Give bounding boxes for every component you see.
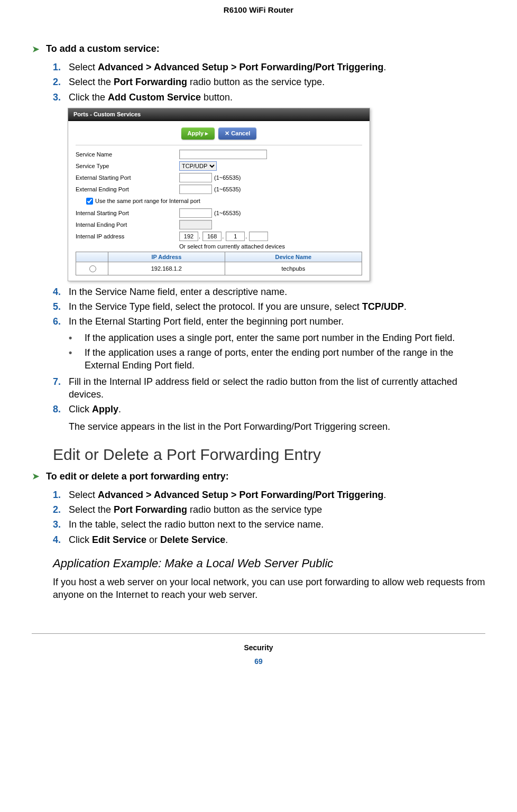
step-8-note: The service appears in the list in the P… bbox=[69, 420, 485, 433]
step-4b: 4.Click Edit Service or Delete Service. bbox=[53, 533, 485, 546]
col-device-name: Device Name bbox=[225, 252, 362, 262]
row-same-port-checkbox: Use the same port range for Internal por… bbox=[76, 195, 362, 207]
step-3: 3.Click the Add Custom Service button. bbox=[53, 91, 485, 104]
device-select-radio[interactable] bbox=[89, 265, 96, 272]
ext-end-input[interactable] bbox=[179, 184, 212, 194]
arrow-icon: ➤ bbox=[32, 44, 40, 54]
step-1: 1.Select Advanced > Advanced Setup > Por… bbox=[53, 61, 485, 73]
row-ext-end: External Ending Port (1~65535) bbox=[76, 183, 362, 195]
int-end-input bbox=[179, 220, 212, 229]
row-int-end: Internal Ending Port bbox=[76, 219, 362, 230]
bullet-2: •If the application uses a range of port… bbox=[69, 346, 485, 372]
ip-octet-1[interactable] bbox=[179, 232, 198, 241]
row-int-start: Internal Starting Port (1~65535) bbox=[76, 207, 362, 219]
page-content: ➤ To add a custom service: 1.Select Adva… bbox=[0, 43, 517, 602]
device-row: 192.168.1.2 techpubs bbox=[76, 262, 362, 275]
col-ip-address: IP Address bbox=[108, 252, 225, 262]
device-ip: 192.168.1.2 bbox=[108, 262, 225, 275]
footer-page-number: 69 bbox=[32, 657, 485, 666]
steps-list-1: 1.Select Advanced > Advanced Setup > Por… bbox=[32, 61, 485, 104]
step-8: 8.Click Apply. bbox=[53, 403, 485, 416]
steps-list-1b: 4.In the Service Name field, enter a des… bbox=[32, 285, 485, 328]
steps-list-2: 1.Select Advanced > Advanced Setup > Por… bbox=[32, 488, 485, 546]
row-ext-start: External Starting Port (1~65535) bbox=[76, 172, 362, 183]
subsection-heading: Application Example: Make a Local Web Se… bbox=[53, 557, 485, 570]
step-2: 2.Select the Port Forwarding radio butto… bbox=[53, 76, 485, 88]
ip-octet-4[interactable] bbox=[249, 232, 268, 241]
row-service-type: Service Type TCP/UDP bbox=[76, 160, 362, 172]
step-6: 6.In the Eternal Starting Port field, en… bbox=[53, 315, 485, 328]
step-3b: 3.In the table, select the radio button … bbox=[53, 518, 485, 531]
step-7: 7.Fill in the Internal IP address field … bbox=[53, 375, 485, 401]
cancel-button[interactable]: ✕ Cancel bbox=[218, 127, 256, 140]
ip-octet-2[interactable] bbox=[202, 232, 221, 241]
steps-list-1c: 7.Fill in the Internal IP address field … bbox=[32, 375, 485, 416]
form-area: Service Name Service Type TCP/UDP Extern… bbox=[68, 145, 370, 281]
step-5: 5.In the Service Type field, select the … bbox=[53, 300, 485, 313]
device-name: techpubs bbox=[225, 262, 362, 275]
arrow-icon: ➤ bbox=[32, 472, 40, 481]
window-titlebar: Ports - Custom Services bbox=[68, 108, 370, 121]
button-row: Apply ▸ ✕ Cancel bbox=[68, 121, 370, 145]
row-internal-ip: Internal IP address . . . bbox=[76, 230, 362, 242]
step-4: 4.In the Service Name field, enter a des… bbox=[53, 285, 485, 298]
procedure-title: To edit or delete a port forwarding entr… bbox=[46, 471, 229, 482]
procedure-title: To add a custom service: bbox=[46, 43, 160, 54]
step-2b: 2.Select the Port Forwarding radio butto… bbox=[53, 503, 485, 516]
int-start-input[interactable] bbox=[179, 208, 212, 218]
footer-chapter: Security bbox=[32, 643, 485, 652]
same-port-checkbox[interactable] bbox=[86, 198, 93, 205]
service-type-select[interactable]: TCP/UDP bbox=[179, 161, 217, 171]
step-1b: 1.Select Advanced > Advanced Setup > Por… bbox=[53, 488, 485, 501]
subsection-paragraph: If you host a web server on your local n… bbox=[53, 576, 485, 602]
apply-button[interactable]: Apply ▸ bbox=[181, 127, 215, 140]
row-service-name: Service Name bbox=[76, 149, 362, 160]
procedure-heading-2: ➤ To edit or delete a port forwarding en… bbox=[32, 471, 485, 482]
procedure-heading-1: ➤ To add a custom service: bbox=[32, 43, 485, 54]
ext-start-input[interactable] bbox=[179, 173, 212, 182]
document-header: R6100 WiFi Router bbox=[0, 0, 517, 43]
bullet-list: •If the application uses a single port, … bbox=[32, 331, 485, 372]
page-footer: Security 69 bbox=[32, 633, 485, 666]
section-heading: Edit or Delete a Port Forwarding Entry bbox=[53, 446, 485, 464]
service-name-input[interactable] bbox=[179, 150, 267, 159]
or-select-note: Or select from currently attached device… bbox=[179, 242, 362, 250]
attached-devices-table: IP Address Device Name 192.168.1.2 techp… bbox=[76, 252, 362, 275]
ip-octet-3[interactable] bbox=[226, 232, 245, 241]
screenshot-ports-custom-services: Ports - Custom Services Apply ▸ ✕ Cancel… bbox=[68, 108, 370, 281]
bullet-1: •If the application uses a single port, … bbox=[69, 331, 485, 344]
